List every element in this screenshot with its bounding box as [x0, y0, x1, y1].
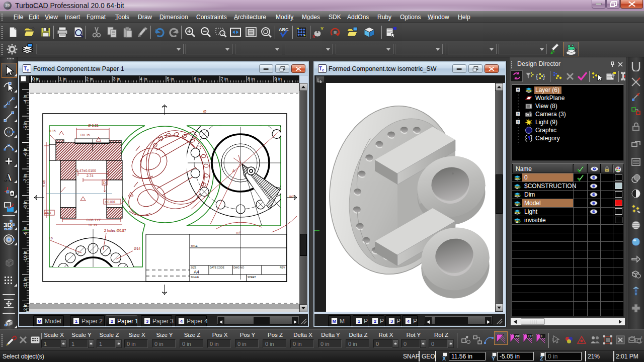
- svg-text:D: D: [103, 181, 106, 185]
- svg-text:SCALE: SCALE: [191, 276, 199, 279]
- svg-text:7 in: 7 in: [221, 76, 228, 81]
- svg-text:4 in: 4 in: [140, 76, 147, 81]
- svg-text:2 holes Ø0.87: 2 holes Ø0.87: [104, 229, 126, 232]
- svg-text:Y: Y: [320, 26, 324, 31]
- svg-text:c: c: [27, 68, 29, 72]
- svg-text:Ø 6.31: Ø 6.31: [88, 124, 99, 127]
- svg-text:A: A: [5, 171, 13, 183]
- svg-text:-5 in: -5 in: [23, 121, 28, 130]
- svg-text:-11 in: -11 in: [23, 278, 28, 289]
- svg-text:4: 4: [640, 336, 642, 339]
- svg-text:x: x: [312, 34, 315, 38]
- svg-text:9 in: 9 in: [275, 76, 282, 81]
- svg-text:DWG NO: DWG NO: [233, 266, 244, 269]
- svg-text:Ø: Ø: [203, 109, 206, 114]
- svg-text:6.47±0.0100: 6.47±0.0100: [76, 169, 96, 172]
- svg-text:TITLE: TITLE: [191, 244, 198, 247]
- svg-text:-4 in: -4 in: [23, 95, 28, 104]
- svg-text:10.39: 10.39: [88, 223, 97, 227]
- svg-text:3 in: 3 in: [113, 76, 121, 81]
- svg-text:A: A: [232, 169, 235, 172]
- svg-text:WP: WP: [515, 334, 520, 338]
- svg-text:F: F: [541, 334, 543, 338]
- svg-text:}: }: [543, 72, 545, 80]
- svg-text:R0.35: R0.35: [80, 133, 90, 137]
- svg-text:-9 in: -9 in: [23, 227, 28, 236]
- svg-text:0.15: 0.15: [49, 129, 56, 133]
- svg-text:SHEET: SHEET: [248, 276, 256, 279]
- svg-text:DATE CODE: DATE CODE: [210, 266, 224, 269]
- svg-text:2.74: 2.74: [87, 174, 94, 177]
- svg-text:REV: REV: [280, 266, 285, 269]
- svg-text:9.46: 9.46: [42, 180, 46, 187]
- svg-text:Ø14: Ø14: [134, 247, 140, 250]
- svg-text:-12 in: -12 in: [23, 303, 28, 312]
- svg-text:50°: 50°: [289, 195, 295, 199]
- svg-text:CP: CP: [528, 334, 533, 338]
- svg-text:Ø|D: Ø|D: [45, 211, 51, 215]
- svg-text:1 in: 1 in: [59, 76, 67, 81]
- svg-text:⊙0.001: ⊙0.001: [105, 200, 116, 204]
- svg-text:{: {: [536, 72, 538, 80]
- svg-text:8 in: 8 in: [248, 76, 255, 81]
- svg-text:SIZE: SIZE: [191, 266, 197, 269]
- svg-text:-7 in: -7 in: [23, 174, 28, 183]
- svg-text:0.86 TYP: 0.86 TYP: [87, 218, 101, 222]
- svg-text:c: c: [322, 68, 325, 72]
- svg-text:-8 in: -8 in: [23, 200, 28, 209]
- svg-text:ABC: ABC: [279, 27, 289, 32]
- svg-text:6 in: 6 in: [194, 76, 201, 81]
- svg-text:5 in: 5 in: [167, 76, 175, 81]
- svg-text:2 in: 2 in: [86, 76, 94, 81]
- svg-text:-6 in: -6 in: [23, 147, 28, 156]
- svg-text:16: 16: [49, 236, 53, 240]
- svg-text:0 in: 0 in: [32, 76, 40, 81]
- svg-text:A4: A4: [194, 269, 199, 275]
